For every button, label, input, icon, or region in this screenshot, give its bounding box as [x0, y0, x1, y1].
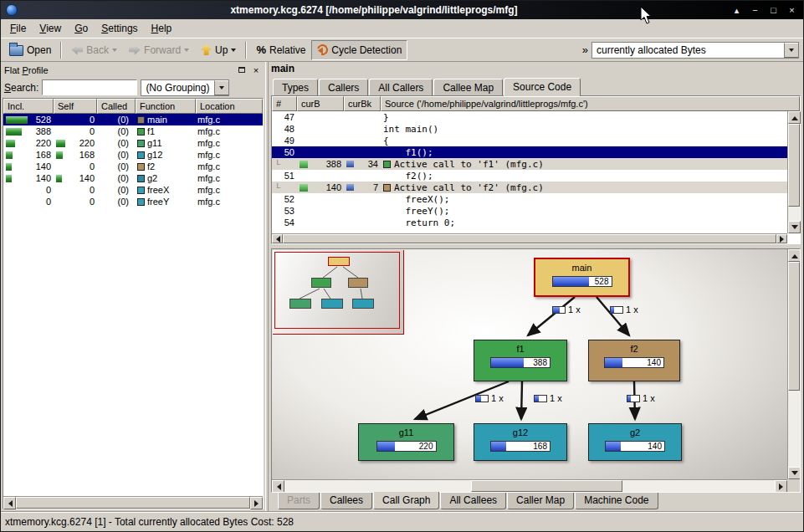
- column-header-curb[interactable]: curB: [297, 96, 344, 111]
- search-row: Search: (No Grouping): [3, 77, 264, 98]
- cost-bar-icon: [300, 161, 308, 168]
- call-graph[interactable]: main 528 f1 388 f2 140: [271, 248, 801, 493]
- function-row[interactable]: 140 0 (0) f2 mfg.c: [3, 161, 263, 172]
- graph-hscrollbar[interactable]: [272, 479, 787, 492]
- source-line[interactable]: 49 {: [272, 135, 787, 146]
- flat-profile-hscrollbar[interactable]: [3, 496, 263, 509]
- menu-item[interactable]: Settings: [95, 20, 144, 37]
- column-header-location[interactable]: Location: [196, 99, 263, 114]
- callee-color-icon: [383, 161, 391, 168]
- bottom-tab[interactable]: Caller Map: [507, 493, 574, 509]
- column-header-self[interactable]: Self: [54, 99, 97, 114]
- scroll-up-button[interactable]: [788, 111, 801, 124]
- dock-close-button[interactable]: ×: [250, 64, 262, 76]
- column-header-curbk[interactable]: curBk: [344, 96, 381, 111]
- menu-item[interactable]: Go: [68, 20, 95, 37]
- column-header-called[interactable]: Called: [97, 99, 136, 114]
- maximize-button[interactable]: □: [767, 4, 780, 17]
- edge-count: 1 x: [491, 393, 504, 403]
- scroll-up-button[interactable]: [788, 249, 801, 262]
- bottom-tab[interactable]: Callees: [320, 493, 372, 509]
- toolbar-overflow-button[interactable]: »: [579, 43, 591, 56]
- column-header-line[interactable]: #: [272, 96, 297, 111]
- source-line[interactable]: 51 f2();: [272, 170, 787, 182]
- source-line[interactable]: 47 }: [272, 111, 787, 123]
- top-tab[interactable]: Callee Map: [433, 79, 503, 95]
- cost-bar: [6, 116, 28, 124]
- scroll-right-button[interactable]: [250, 497, 263, 509]
- self-cost-bar: [56, 140, 65, 147]
- scroll-left-button[interactable]: [272, 480, 284, 493]
- source-vscrollbar[interactable]: [787, 111, 800, 233]
- search-input[interactable]: [42, 79, 137, 95]
- source-body: 47 } 48 int main(): [272, 111, 800, 243]
- scroll-right-button[interactable]: [776, 234, 787, 243]
- function-row[interactable]: 528 0 (0) main mfg.c: [3, 114, 263, 125]
- column-header-function[interactable]: Function: [136, 99, 196, 114]
- dock-float-button[interactable]: [236, 64, 248, 76]
- minimap-viewport[interactable]: [274, 252, 400, 329]
- scroll-right-button[interactable]: [775, 480, 787, 493]
- scroll-thumb[interactable]: [788, 262, 800, 391]
- function-row[interactable]: 388 0 (0) f1 mfg.c: [3, 125, 263, 137]
- self-value: 220: [79, 138, 95, 148]
- scroll-thumb[interactable]: [283, 234, 776, 243]
- function-row[interactable]: 220 220 (0) g11 mfg.c: [3, 137, 263, 149]
- graph-overview-minimap[interactable]: [273, 250, 404, 335]
- relative-toggle-button[interactable]: % Relative: [250, 40, 311, 60]
- source-line[interactable]: 52 freeX();: [272, 193, 787, 205]
- back-button[interactable]: Back: [65, 40, 123, 60]
- top-tab[interactable]: All Callers: [369, 79, 433, 95]
- top-tab[interactable]: Callers: [319, 79, 368, 95]
- scroll-thumb[interactable]: [471, 480, 623, 492]
- location-value: mfg.c: [196, 184, 263, 196]
- menu-item[interactable]: File: [3, 20, 33, 37]
- source-hscrollbar[interactable]: [272, 233, 787, 243]
- scroll-down-button[interactable]: [788, 221, 801, 233]
- scroll-down-button[interactable]: [788, 467, 801, 479]
- titlebar[interactable]: xtmemory.kcg.6274 [/home/philippe/valgri…: [1, 1, 803, 19]
- source-line[interactable]: 54 return 0;: [272, 217, 787, 228]
- source-line[interactable]: 388 34 Active call to 'f1' (mfg.c): [272, 158, 787, 170]
- bottom-tab[interactable]: Call Graph: [373, 492, 439, 509]
- minimize-button[interactable]: −: [749, 4, 761, 17]
- scroll-thumb[interactable]: [788, 124, 800, 207]
- source-line[interactable]: 50 f1();: [272, 146, 787, 158]
- function-row[interactable]: 168 168 (0) g12 mfg.c: [3, 149, 263, 161]
- dock-header[interactable]: Flat Profile ×: [3, 63, 264, 77]
- scroll-left-button[interactable]: [3, 497, 16, 509]
- function-name: f2: [147, 161, 155, 171]
- function-row[interactable]: 0 0 (0) freeY mfg.c: [3, 196, 263, 207]
- combo-arrow-button[interactable]: [784, 43, 798, 58]
- top-tab[interactable]: Types: [273, 79, 318, 95]
- function-row[interactable]: 0 0 (0) freeX mfg.c: [3, 184, 263, 196]
- open-button[interactable]: Open: [3, 40, 57, 60]
- up-button[interactable]: Up: [195, 40, 242, 60]
- forward-dropdown-icon: [184, 49, 189, 54]
- column-header-source[interactable]: Source ('/home/philippe/valgrind/littlep…: [381, 96, 800, 111]
- bottom-tab[interactable]: All Callees: [440, 493, 506, 509]
- menu-item[interactable]: View: [33, 20, 68, 37]
- cycle-detection-toggle-button[interactable]: Cycle Detection: [311, 40, 407, 60]
- graph-vscrollbar[interactable]: [787, 249, 800, 479]
- close-button[interactable]: ×: [786, 4, 798, 17]
- combo-arrow-button[interactable]: [214, 80, 228, 95]
- column-header-incl[interactable]: Incl.: [3, 99, 54, 114]
- grouping-select[interactable]: (No Grouping): [141, 79, 229, 96]
- shade-button[interactable]: ▴: [730, 4, 743, 17]
- source-line[interactable]: 140 7 Active call to 'f2' (mfg.c): [272, 182, 787, 193]
- scroll-thumb[interactable]: [16, 497, 250, 509]
- source-line[interactable]: 48 int main(): [272, 123, 787, 135]
- forward-button[interactable]: Forward: [123, 40, 195, 60]
- curbk-value: 34: [368, 159, 378, 169]
- top-tab[interactable]: Source Code: [504, 78, 581, 96]
- bottom-tab[interactable]: Parts: [278, 493, 320, 509]
- source-line[interactable]: 53 freeY();: [272, 205, 787, 217]
- event-type-select[interactable]: currently allocated Bytes: [591, 42, 799, 59]
- source-text: Active call to 'f2' (mfg.c): [394, 182, 544, 193]
- cost-bar: [6, 175, 12, 182]
- bottom-tab[interactable]: Machine Code: [575, 493, 658, 509]
- function-row[interactable]: 140 140 (0) g2 mfg.c: [3, 172, 263, 184]
- scroll-left-button[interactable]: [272, 234, 283, 243]
- menu-item[interactable]: Help: [145, 20, 179, 37]
